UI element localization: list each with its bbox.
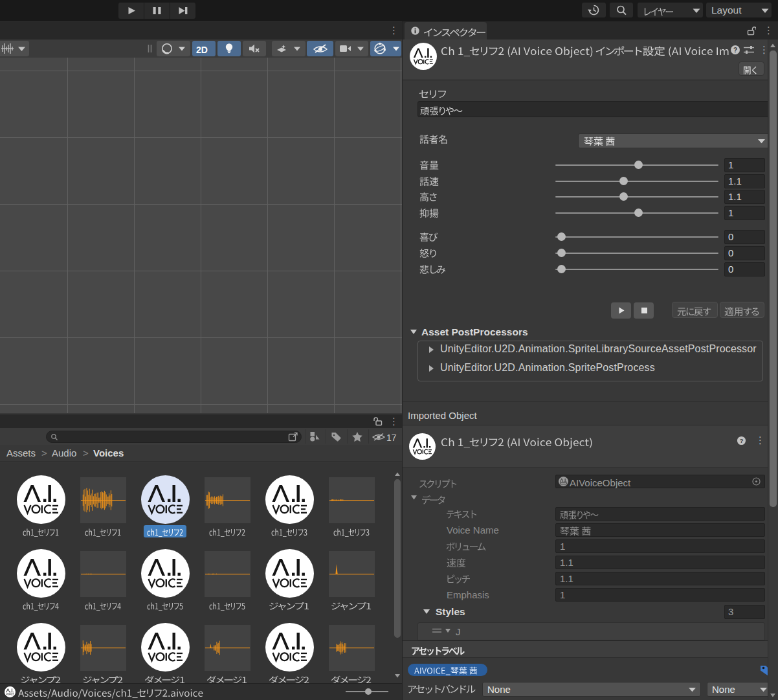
svg-text:?: ? [740,438,744,444]
svg-text:?: ? [733,47,737,54]
